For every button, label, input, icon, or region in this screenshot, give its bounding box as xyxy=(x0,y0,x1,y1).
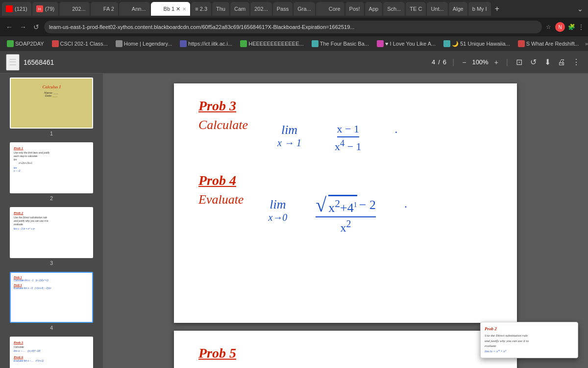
fit-page-button[interactable]: ⊡ xyxy=(514,55,524,69)
tab-pos[interactable]: Pos! xyxy=(345,2,364,16)
reload-button[interactable]: ↺ xyxy=(31,22,41,32)
prob4-period: . xyxy=(404,197,407,210)
tab-close-icon[interactable]: ✕ xyxy=(182,6,186,12)
tab-gra-label: Gra... xyxy=(297,6,311,12)
more-options-button[interactable]: ⋮ xyxy=(570,55,582,69)
bookmark-redshift-label: S What Are Redshift... xyxy=(526,41,579,47)
prob3-frac-den: x4 − 1 xyxy=(335,137,362,153)
bb-icon xyxy=(155,5,162,12)
tab-gra[interactable]: Gra... xyxy=(294,2,315,16)
profile-icon[interactable]: N xyxy=(555,22,565,32)
page-nav: 4 / 6 xyxy=(432,58,446,66)
bookmark-csci[interactable]: CSCI 202-1 Class... xyxy=(49,39,111,48)
prob4-block: Prob 4 Evaluate lim x→0 √ x xyxy=(198,173,492,235)
toolbar-sep1: | xyxy=(452,58,454,67)
prob4-fraction: √ x2+41 − 2 x2 xyxy=(316,195,376,235)
thumbnail-5[interactable]: Prob 5 Calculate lim x→... (x+4)²−16 Pro… xyxy=(4,337,99,368)
bookmark-hee[interactable]: HEEEEEEEEEEEEE... xyxy=(237,39,307,48)
browser-chrome: (121) H (79) 202... FA 2 Ann... Bb 1 ✕ ✕… xyxy=(0,0,588,51)
back-button[interactable]: ← xyxy=(4,22,15,32)
thumb-img-5: Prob 5 Calculate lim x→... (x+4)²−16 Pro… xyxy=(10,337,93,368)
thumbnail-4[interactable]: Prob 3 Calculate lim x→1 (x−1)/(x⁴−1) Pr… xyxy=(4,272,99,331)
bookmark-star-icon[interactable]: ☆ xyxy=(546,24,551,30)
bookmark-home[interactable]: Home | Legendary... xyxy=(113,39,175,48)
tab-app-label: App xyxy=(369,6,379,12)
tab-scroll-icon[interactable]: ⌄ xyxy=(574,5,586,13)
tab-my[interactable]: b My I xyxy=(468,2,491,16)
tab-doc2[interactable]: 202... xyxy=(250,2,272,16)
doc-title: 16568461 xyxy=(24,58,54,66)
csci-icon xyxy=(52,40,59,47)
tab-youtube-label: (121) xyxy=(15,6,27,12)
new-tab-button[interactable]: + xyxy=(492,4,502,13)
address-input[interactable] xyxy=(44,21,542,33)
bookmark-hawaii[interactable]: 🌙 51 Unique Hawaiia... xyxy=(441,39,513,48)
prob3-lim-var: x → 1 xyxy=(277,137,301,149)
tab-doc1-label: 202... xyxy=(72,6,86,12)
tab-bb[interactable]: Bb 1 ✕ ✕ xyxy=(151,2,191,16)
popup-thumbnail: Prob 2 Use the Direct substitution rule … xyxy=(480,322,578,358)
forward-button[interactable]: → xyxy=(18,22,28,32)
redshift-icon xyxy=(518,40,525,47)
print-button[interactable]: 🖨 xyxy=(556,56,567,69)
tab-pass-label: Pass xyxy=(277,6,289,12)
tab-notif[interactable]: H (79) xyxy=(32,2,59,16)
tab-alge[interactable]: Alge xyxy=(449,2,467,16)
bookmark-love-label: ♥ I Love You Like A... xyxy=(385,41,436,47)
tab-sch[interactable]: Sch... xyxy=(383,2,405,16)
pdf-page-5: Prob 5 Calculate lim (x+4)2 − 16 x xyxy=(174,331,517,368)
thumbnail-3[interactable]: Prob 2 Use the Direct substitution rule … xyxy=(4,207,99,266)
thumbnail-2[interactable]: Prob 1 Use only the limit laws and justi… xyxy=(4,142,99,201)
download-button[interactable]: ⬇ xyxy=(542,55,553,69)
tab-core-label: Core xyxy=(329,6,341,12)
bookmark-ict-label: https://ict.iitk.ac.i... xyxy=(188,41,232,47)
tab-notif-label: (79) xyxy=(45,6,55,12)
tab-core[interactable]: Core xyxy=(316,2,344,16)
settings-icon[interactable]: ⋮ xyxy=(578,24,584,30)
tab-gmail[interactable]: FA 2 xyxy=(91,2,118,16)
prob4-frac-num: √ x2+41 − 2 xyxy=(316,195,376,217)
thumb-img-3: Prob 2 Use the Direct substitution rule … xyxy=(10,207,93,258)
sidebar-toggle-button[interactable]: ☰ xyxy=(6,54,20,71)
addr-right-icons: N 🧩 ⋮ xyxy=(555,22,584,32)
rotate-button[interactable]: ↺ xyxy=(528,55,539,69)
tab-youtube[interactable]: (121) xyxy=(2,2,31,16)
bookmark-love[interactable]: ♥ I Love You Like A... xyxy=(374,39,439,48)
bookmarks-bar: SOAP2DAY CSCI 202-1 Class... Home | Lege… xyxy=(0,36,588,51)
tab-unt-label: Unt... xyxy=(431,6,443,12)
tab-thu[interactable]: Thu xyxy=(212,2,229,16)
notif-icon: H xyxy=(36,5,43,12)
tab-eq[interactable]: ≡ 2.3 xyxy=(191,2,211,16)
bookmark-ict[interactable]: https://ict.iitk.ac.i... xyxy=(177,39,235,48)
page-total: 6 xyxy=(443,58,446,66)
prob3-period: . xyxy=(395,123,398,135)
tab-app[interactable]: App xyxy=(365,2,383,16)
bookmark-redshift[interactable]: S What Are Redshift... xyxy=(515,39,582,48)
ict-icon xyxy=(180,40,187,47)
thumb-label-4: 4 xyxy=(50,325,53,331)
youtube-icon xyxy=(6,5,13,12)
tab-doc1[interactable]: 202... xyxy=(59,2,90,16)
extension-icon[interactable]: 🧩 xyxy=(568,24,575,30)
prob5-subheading: Calculate xyxy=(198,365,248,368)
tab-pass[interactable]: Pass xyxy=(273,2,293,16)
tab-te[interactable]: TE C xyxy=(406,2,426,16)
bookmarks-more[interactable]: » xyxy=(585,41,588,47)
prob4-lim-var: x→0 xyxy=(268,212,287,223)
tab-ann[interactable]: Ann... xyxy=(119,2,150,16)
bookmark-soap[interactable]: SOAP2DAY xyxy=(4,39,47,48)
thumb-label-1: 1 xyxy=(50,131,53,136)
tab-unt[interactable]: Unt... xyxy=(427,2,447,16)
bookmark-csci-label: CSCI 202-1 Class... xyxy=(60,41,108,47)
tab-eq-label: ≡ 2.3 xyxy=(195,6,207,12)
zoom-out-button[interactable]: − xyxy=(460,57,468,67)
ann-icon xyxy=(123,5,130,12)
bookmark-four[interactable]: The Four Basic Ba... xyxy=(309,39,372,48)
thumb-img-2: Prob 1 Use only the limit laws and justi… xyxy=(10,142,93,193)
popup-content: Use the Direct substitution rule and jus… xyxy=(485,333,574,354)
zoom-in-button[interactable]: + xyxy=(492,57,500,67)
toolbar-right: ⬇ 🖨 ⋮ xyxy=(542,55,582,69)
popup-title: Prob 2 xyxy=(485,326,574,331)
thumbnail-1[interactable]: Calculus I Name: ___Date: ___ 1 xyxy=(4,78,99,136)
tab-cam[interactable]: Cam xyxy=(230,2,249,16)
